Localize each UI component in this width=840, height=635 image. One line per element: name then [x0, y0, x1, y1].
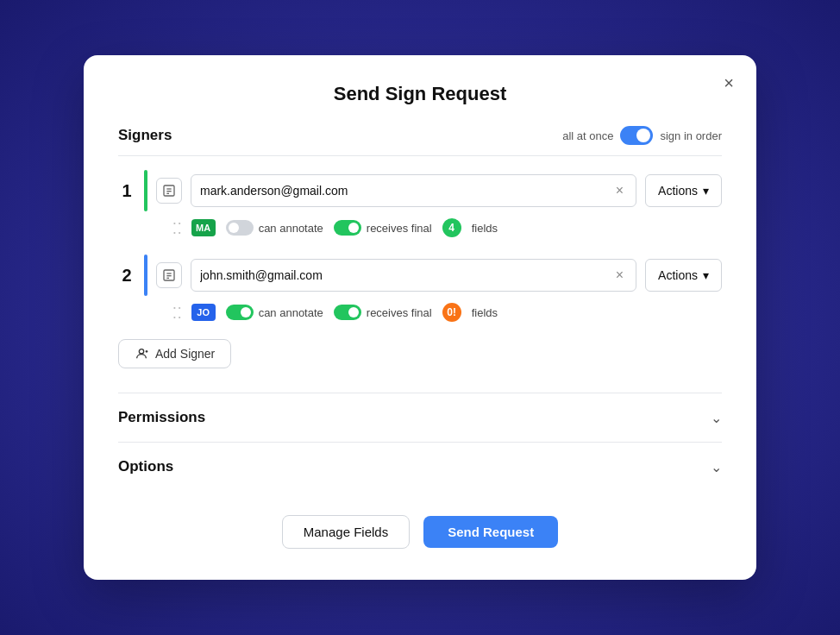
signer-2-can-annotate-toggle[interactable] — [226, 305, 254, 320]
signer-1-input-wrap: × — [191, 174, 636, 207]
close-button[interactable]: × — [720, 71, 737, 95]
signer-2-fields-label: fields — [472, 306, 498, 319]
permissions-section[interactable]: Permissions ⌄ — [118, 393, 722, 442]
signer-1-receives-final-toggle[interactable] — [334, 220, 361, 236]
send-request-button[interactable]: Send Request — [423, 516, 558, 548]
signer-2-actions-button[interactable]: Actions ▾ — [645, 259, 722, 292]
signer-2-icon — [156, 262, 182, 288]
signer-2-receives-toggle-wrap: receives final — [334, 305, 432, 320]
signer-1-annotate-label: can annotate — [259, 222, 323, 235]
signer-1-number: 1 — [118, 181, 135, 201]
options-section[interactable]: Options ⌄ — [118, 442, 722, 491]
signer-1-email-input[interactable] — [200, 184, 612, 198]
signer-1-row: 1 × Actions ▾ — [118, 170, 722, 211]
permissions-title: Permissions — [118, 409, 205, 426]
signer-1-receives-label: receives final — [367, 222, 432, 235]
signer-1-fields-count: 4 — [442, 218, 461, 237]
signer-2-receives-label: receives final — [367, 306, 432, 319]
signer-1-actions-button[interactable]: Actions ▾ — [645, 174, 722, 207]
send-sign-request-modal: × Send Sign Request Signers all at once … — [84, 55, 756, 580]
signers-title: Signers — [118, 127, 172, 144]
signer-2-clear-button[interactable]: × — [612, 267, 627, 283]
signer-1-receives-toggle-wrap: receives final — [334, 220, 432, 236]
signer-1-drag-handle[interactable] — [173, 220, 181, 236]
all-at-once-label: all at once — [562, 129, 613, 142]
signer-1-can-annotate-toggle[interactable] — [226, 220, 254, 236]
options-chevron-icon: ⌄ — [711, 459, 722, 475]
signer-2-drag-handle[interactable] — [173, 305, 181, 321]
sign-order-toggle-row: all at once sign in order — [562, 126, 722, 145]
signer-2-annotate-toggle-wrap: can annotate — [226, 305, 323, 320]
signer-2-annotate-label: can annotate — [259, 306, 323, 319]
options-title: Options — [118, 458, 173, 475]
signer-2-fields-count: 0! — [442, 303, 461, 322]
footer-row: Manage Fields Send Request — [118, 515, 722, 549]
sign-in-order-label: sign in order — [660, 129, 722, 142]
signer-1-meta-row: MA can annotate receives final 4 fields — [118, 218, 722, 237]
signer-2-email-input[interactable] — [200, 268, 612, 282]
signer-1-fields-label: fields — [472, 222, 498, 235]
manage-fields-button[interactable]: Manage Fields — [282, 515, 410, 549]
modal-title: Send Sign Request — [118, 83, 722, 105]
signers-section-header: Signers all at once sign in order — [118, 126, 722, 156]
add-signer-icon — [135, 347, 148, 361]
signer-1-annotate-toggle-wrap: can annotate — [226, 220, 323, 236]
svg-point-8 — [139, 349, 143, 354]
signer-2-meta-row: JO can annotate receives final 0! fields — [118, 303, 722, 322]
signer-2-bar — [144, 255, 147, 296]
signer-1-clear-button[interactable]: × — [612, 183, 627, 198]
signer-2-number: 2 — [118, 266, 135, 286]
signer-1-avatar: MA — [191, 219, 216, 236]
signer-1-container: 1 × Actions ▾ MA — [118, 170, 722, 237]
signer-1-actions-label: Actions — [658, 184, 698, 198]
signer-1-actions-chevron-icon: ▾ — [703, 184, 709, 198]
signer-2-row: 2 × Actions ▾ — [118, 255, 722, 296]
signer-2-avatar: JO — [191, 304, 216, 321]
add-signer-label: Add Signer — [155, 347, 215, 361]
sign-order-toggle[interactable] — [620, 126, 653, 145]
signer-2-actions-label: Actions — [658, 268, 698, 282]
signer-1-bar — [144, 170, 147, 211]
signer-1-icon — [156, 178, 182, 204]
signer-2-receives-final-toggle[interactable] — [334, 305, 361, 320]
add-signer-button[interactable]: Add Signer — [118, 339, 231, 368]
signer-2-input-wrap: × — [191, 259, 636, 292]
signer-2-actions-chevron-icon: ▾ — [703, 268, 709, 282]
permissions-chevron-icon: ⌄ — [711, 410, 722, 426]
signer-2-container: 2 × Actions ▾ JO — [118, 255, 722, 322]
